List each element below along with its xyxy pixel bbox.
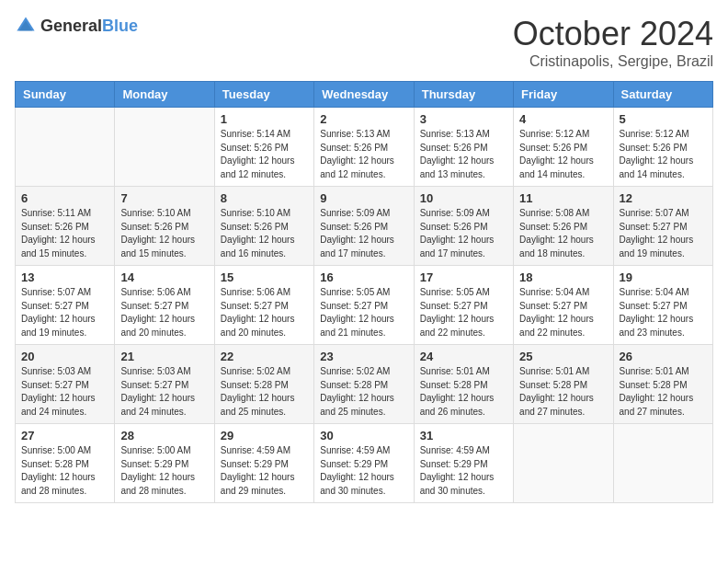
week-row-5: 27Sunrise: 5:00 AM Sunset: 5:28 PM Dayli… — [16, 424, 713, 503]
header-wednesday: Wednesday — [314, 82, 414, 108]
cell-info: Sunrise: 5:12 AM Sunset: 5:26 PM Dayligh… — [519, 128, 607, 181]
day-number: 3 — [420, 112, 507, 126]
calendar-cell — [16, 108, 115, 187]
day-number: 18 — [519, 270, 607, 284]
day-number: 22 — [221, 350, 308, 363]
day-number: 11 — [519, 191, 607, 205]
day-number: 14 — [120, 270, 208, 284]
calendar-cell: 10Sunrise: 5:09 AM Sunset: 5:26 PM Dayli… — [414, 187, 513, 266]
cell-info: Sunrise: 5:14 AM Sunset: 5:26 PM Dayligh… — [221, 128, 308, 181]
calendar-cell: 2Sunrise: 5:13 AM Sunset: 5:26 PM Daylig… — [314, 108, 414, 187]
day-number: 28 — [120, 429, 208, 442]
calendar-cell: 12Sunrise: 5:07 AM Sunset: 5:27 PM Dayli… — [613, 187, 712, 266]
cell-info: Sunrise: 5:05 AM Sunset: 5:27 PM Dayligh… — [320, 286, 407, 339]
cell-info: Sunrise: 5:10 AM Sunset: 5:26 PM Dayligh… — [221, 207, 308, 260]
calendar-cell: 19Sunrise: 5:04 AM Sunset: 5:27 PM Dayli… — [613, 266, 712, 345]
cell-info: Sunrise: 5:07 AM Sunset: 5:27 PM Dayligh… — [620, 207, 707, 260]
day-number: 21 — [120, 350, 208, 363]
calendar-cell: 9Sunrise: 5:09 AM Sunset: 5:26 PM Daylig… — [314, 187, 414, 266]
header-thursday: Thursday — [414, 82, 513, 108]
day-number: 23 — [320, 350, 407, 363]
day-number: 26 — [620, 350, 707, 363]
cell-info: Sunrise: 4:59 AM Sunset: 5:29 PM Dayligh… — [320, 444, 407, 498]
cell-info: Sunrise: 5:09 AM Sunset: 5:26 PM Dayligh… — [420, 207, 507, 260]
calendar-cell: 3Sunrise: 5:13 AM Sunset: 5:26 PM Daylig… — [414, 108, 513, 187]
calendar-cell: 13Sunrise: 5:07 AM Sunset: 5:27 PM Dayli… — [16, 266, 115, 345]
day-number: 27 — [21, 429, 108, 442]
calendar-cell: 14Sunrise: 5:06 AM Sunset: 5:27 PM Dayli… — [115, 266, 214, 345]
logo: GeneralBlue — [15, 15, 138, 37]
cell-info: Sunrise: 5:10 AM Sunset: 5:26 PM Dayligh… — [120, 207, 208, 260]
calendar-cell: 11Sunrise: 5:08 AM Sunset: 5:26 PM Dayli… — [514, 187, 613, 266]
cell-info: Sunrise: 5:06 AM Sunset: 5:27 PM Dayligh… — [120, 286, 208, 339]
calendar-cell: 29Sunrise: 4:59 AM Sunset: 5:29 PM Dayli… — [214, 424, 313, 503]
calendar-cell — [115, 108, 214, 187]
cell-info: Sunrise: 5:01 AM Sunset: 5:28 PM Dayligh… — [519, 365, 607, 419]
day-number: 31 — [420, 429, 507, 442]
logo-icon — [15, 15, 37, 37]
day-number: 12 — [620, 191, 707, 205]
cell-info: Sunrise: 5:11 AM Sunset: 5:26 PM Dayligh… — [21, 207, 108, 260]
calendar-cell: 18Sunrise: 5:04 AM Sunset: 5:27 PM Dayli… — [514, 266, 613, 345]
cell-info: Sunrise: 5:13 AM Sunset: 5:26 PM Dayligh… — [320, 128, 407, 181]
calendar-cell: 4Sunrise: 5:12 AM Sunset: 5:26 PM Daylig… — [514, 108, 613, 187]
calendar-cell: 23Sunrise: 5:02 AM Sunset: 5:28 PM Dayli… — [314, 345, 414, 424]
cell-info: Sunrise: 5:03 AM Sunset: 5:27 PM Dayligh… — [21, 365, 108, 419]
day-number: 30 — [320, 429, 407, 442]
calendar-cell: 30Sunrise: 4:59 AM Sunset: 5:29 PM Dayli… — [314, 424, 414, 503]
day-number: 5 — [620, 112, 707, 126]
cell-info: Sunrise: 4:59 AM Sunset: 5:29 PM Dayligh… — [221, 444, 308, 498]
day-number: 17 — [420, 270, 507, 284]
calendar-cell — [514, 424, 613, 503]
cell-info: Sunrise: 5:04 AM Sunset: 5:27 PM Dayligh… — [519, 286, 607, 339]
day-number: 4 — [519, 112, 607, 126]
calendar-cell: 5Sunrise: 5:12 AM Sunset: 5:26 PM Daylig… — [613, 108, 712, 187]
day-number: 2 — [320, 112, 407, 126]
calendar-cell: 1Sunrise: 5:14 AM Sunset: 5:26 PM Daylig… — [214, 108, 313, 187]
calendar-cell: 21Sunrise: 5:03 AM Sunset: 5:27 PM Dayli… — [115, 345, 214, 424]
calendar-cell: 17Sunrise: 5:05 AM Sunset: 5:27 PM Dayli… — [414, 266, 513, 345]
cell-info: Sunrise: 5:02 AM Sunset: 5:28 PM Dayligh… — [221, 365, 308, 419]
day-number: 25 — [519, 350, 607, 363]
title-area: October 2024 Cristinapolis, Sergipe, Bra… — [513, 15, 713, 70]
day-number: 20 — [21, 350, 108, 363]
week-row-2: 6Sunrise: 5:11 AM Sunset: 5:26 PM Daylig… — [16, 187, 713, 266]
calendar-cell: 6Sunrise: 5:11 AM Sunset: 5:26 PM Daylig… — [16, 187, 115, 266]
day-number: 1 — [221, 112, 308, 126]
day-number: 24 — [420, 350, 507, 363]
calendar-cell: 28Sunrise: 5:00 AM Sunset: 5:29 PM Dayli… — [115, 424, 214, 503]
week-row-4: 20Sunrise: 5:03 AM Sunset: 5:27 PM Dayli… — [16, 345, 713, 424]
cell-info: Sunrise: 5:06 AM Sunset: 5:27 PM Dayligh… — [221, 286, 308, 339]
cell-info: Sunrise: 4:59 AM Sunset: 5:29 PM Dayligh… — [420, 444, 507, 498]
cell-info: Sunrise: 5:02 AM Sunset: 5:28 PM Dayligh… — [320, 365, 407, 419]
day-number: 19 — [620, 270, 707, 284]
day-number: 15 — [221, 270, 308, 284]
day-number: 10 — [420, 191, 507, 205]
day-number: 13 — [21, 270, 108, 284]
header-monday: Monday — [115, 82, 214, 108]
calendar-cell: 24Sunrise: 5:01 AM Sunset: 5:28 PM Dayli… — [414, 345, 513, 424]
day-number: 6 — [21, 191, 108, 205]
cell-info: Sunrise: 5:05 AM Sunset: 5:27 PM Dayligh… — [420, 286, 507, 339]
calendar-cell: 26Sunrise: 5:01 AM Sunset: 5:28 PM Dayli… — [613, 345, 712, 424]
calendar-cell: 22Sunrise: 5:02 AM Sunset: 5:28 PM Dayli… — [214, 345, 313, 424]
day-number: 9 — [320, 191, 407, 205]
location: Cristinapolis, Sergipe, Brazil — [513, 53, 713, 70]
cell-info: Sunrise: 5:13 AM Sunset: 5:26 PM Dayligh… — [420, 128, 507, 181]
calendar-cell — [613, 424, 712, 503]
calendar-cell: 8Sunrise: 5:10 AM Sunset: 5:26 PM Daylig… — [214, 187, 313, 266]
week-row-1: 1Sunrise: 5:14 AM Sunset: 5:26 PM Daylig… — [16, 108, 713, 187]
page-header: GeneralBlue October 2024 Cristinapolis, … — [15, 15, 713, 70]
calendar-cell: 25Sunrise: 5:01 AM Sunset: 5:28 PM Dayli… — [514, 345, 613, 424]
cell-info: Sunrise: 5:00 AM Sunset: 5:28 PM Dayligh… — [21, 444, 108, 498]
calendar-cell: 20Sunrise: 5:03 AM Sunset: 5:27 PM Dayli… — [16, 345, 115, 424]
logo-general: General — [40, 17, 102, 35]
cell-info: Sunrise: 5:07 AM Sunset: 5:27 PM Dayligh… — [21, 286, 108, 339]
day-number: 16 — [320, 270, 407, 284]
cell-info: Sunrise: 5:12 AM Sunset: 5:26 PM Dayligh… — [620, 128, 707, 181]
calendar-table: SundayMondayTuesdayWednesdayThursdayFrid… — [15, 81, 713, 503]
cell-info: Sunrise: 5:01 AM Sunset: 5:28 PM Dayligh… — [620, 365, 707, 419]
calendar-cell: 15Sunrise: 5:06 AM Sunset: 5:27 PM Dayli… — [214, 266, 313, 345]
header-sunday: Sunday — [16, 82, 115, 108]
calendar-cell: 31Sunrise: 4:59 AM Sunset: 5:29 PM Dayli… — [414, 424, 513, 503]
